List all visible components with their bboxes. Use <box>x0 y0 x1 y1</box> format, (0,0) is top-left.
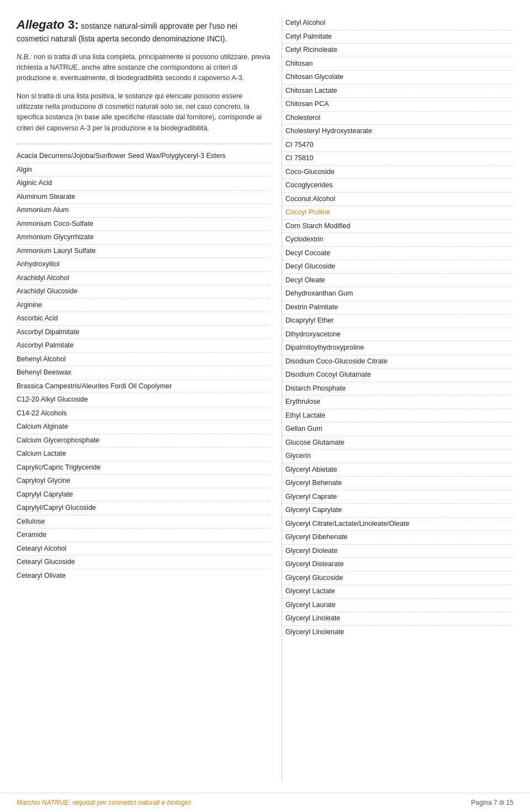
list-item: Calcium Lactate <box>17 447 271 461</box>
list-item: CI 75470 <box>282 139 513 152</box>
list-item: Chitosan Glycolate <box>282 71 513 85</box>
nb-text: non si tratta di una lista completa, pri… <box>17 53 270 82</box>
list-item: Alginic Acid <box>17 177 271 191</box>
list-item: Acacia Decurrens/Jojoba/Sunflower Seed W… <box>17 150 271 164</box>
list-item: Arachidyl Glucoside <box>17 285 271 299</box>
list-item: Capryloyl Glycine <box>17 474 271 488</box>
page-wrapper: Allegato 3: sostanze natural-simili appr… <box>0 0 530 812</box>
list-item: Arachidyl Alcohol <box>17 272 271 286</box>
list-item: Glyceryl Glucoside <box>282 572 513 586</box>
list-item: Coconut Alcohol <box>282 193 513 207</box>
list-item: Algin <box>17 164 271 177</box>
list-item: Cholesterol <box>282 112 513 125</box>
list-item: C14-22 Alcohols <box>17 407 271 421</box>
list-item: Cholesteryl Hydroxystearate <box>282 125 513 139</box>
list-item: Ammonium Coco-Sulfate <box>17 218 271 231</box>
list-item: Decyl Cocoate <box>282 247 513 261</box>
left-column: Allegato 3: sostanze natural-simili appr… <box>17 17 271 782</box>
list-item: Glyceryl Linolenate <box>282 626 513 639</box>
page-heading: Allegato 3: sostanze natural-simili appr… <box>17 17 271 44</box>
list-item: Glyceryl Laurate <box>282 599 513 613</box>
footer: Marchio NATRUE: requisiti per cosmetici … <box>0 793 530 812</box>
list-item: Ascorbyl Palmitate <box>17 339 271 353</box>
list-item: Decyl Oleate <box>282 274 513 288</box>
list-item: Caprylic/Capric Triglyceride <box>17 461 271 475</box>
list-item: Glyceryl Linoleate <box>282 612 513 626</box>
list-item: Chitosan <box>282 57 513 71</box>
list-item: Glyceryl Distearate <box>282 558 513 572</box>
list-item: Ammonium Glycyrrhizate <box>17 231 271 245</box>
list-item: Ceramide <box>17 529 271 542</box>
list-item: Behenyl Beeswax <box>17 366 271 380</box>
list-item: Glyceryl Caprate <box>282 491 513 504</box>
list-item: Cetyl Alcohol <box>282 17 513 30</box>
list-item: Disodium Cocoyl Glutamate <box>282 368 513 382</box>
allegato-number: 3: <box>65 18 79 31</box>
list-item: Cocoglycerides <box>282 179 513 193</box>
list-item: Arginine <box>17 299 271 313</box>
list-item: Ammonium Alum <box>17 204 271 218</box>
footer-brand-text: Marchio NATRUE: requisiti per cosmetici … <box>17 799 191 806</box>
list-item: C12-20 Alkyl Glucoside <box>17 393 271 407</box>
list-item: Decyl Glucoside <box>282 260 513 274</box>
list-item: Calcium Alginate <box>17 420 271 434</box>
list-item: Erythrulose <box>282 396 513 409</box>
list-item: Cetearyl Olivate <box>17 570 271 583</box>
footer-page-number: Pagina 7 di 15 <box>471 799 513 806</box>
list-item: Glycerin <box>282 450 513 463</box>
list-item: Dipalmitoylhydroxyproline <box>282 341 513 355</box>
list-item: Distarch Phosphate <box>282 382 513 396</box>
list-item: Cellulose <box>17 515 271 529</box>
list-item: Glyceryl Behenate <box>282 477 513 491</box>
list-item: Aluminum Stearate <box>17 191 271 204</box>
list-item: Disodium Coco-Glucoside Citrate <box>282 355 513 369</box>
list-item: CI 75810 <box>282 152 513 166</box>
list-item: Cetearyl Alcohol <box>17 542 271 556</box>
divider <box>17 144 271 144</box>
list-item: Calcium Glycerophosphate <box>17 434 271 448</box>
list-item: Dicaprylyl Ether <box>282 314 513 328</box>
list-item: Caprylyl Caprylate <box>17 488 271 502</box>
right-column: Cetyl AlcoholCetyl PalmitateCetyl Ricino… <box>282 17 513 782</box>
list-item: Glyceryl Dibehenate <box>282 531 513 545</box>
list-item: Caprylyl/Capryl Glucoside <box>17 502 271 515</box>
description-text: Non si tratta di una lista positiva, le … <box>17 92 262 132</box>
list-item: Chitosan Lactate <box>282 85 513 98</box>
nb-section: N.B.: non si tratta di una lista complet… <box>17 52 271 83</box>
list-item: Glucose Glutamate <box>282 436 513 450</box>
list-item: Coco-Glucoside <box>282 166 513 180</box>
list-item: Glyceryl Dioleate <box>282 545 513 558</box>
right-ingredient-list: Cetyl AlcoholCetyl PalmitateCetyl Ricino… <box>282 17 513 639</box>
list-item: Glyceryl Abietate <box>282 463 513 477</box>
list-item: Brassica Campestris/Aleurites Fordi Oil … <box>17 380 271 394</box>
list-item: Ascorbic Acid <box>17 312 271 326</box>
nb-label: N.B.: <box>17 53 32 61</box>
list-item: Cetyl Ricinoleate <box>282 44 513 57</box>
list-item: Ethyl Lactate <box>282 409 513 423</box>
left-ingredient-list: Acacia Decurrens/Jojoba/Sunflower Seed W… <box>17 150 271 582</box>
list-item: Cetyl Palmitate <box>282 30 513 44</box>
list-item: Corn Starch Modified <box>282 220 513 234</box>
list-item: Cocoyl Proline <box>282 206 513 220</box>
list-item: Glyceryl Lactate <box>282 585 513 599</box>
list-item: Dehydroxanthan Gum <box>282 287 513 301</box>
main-content: Allegato 3: sostanze natural-simili appr… <box>0 0 530 793</box>
description-section: Non si tratta di una lista positiva, le … <box>17 91 271 134</box>
list-item: Cyclodextrin <box>282 233 513 247</box>
list-item: Behenyl Alcohol <box>17 353 271 367</box>
list-item: Ascorbyl Dipalmitate <box>17 326 271 340</box>
list-item: Cetearyl Glucoside <box>17 556 271 570</box>
list-item: Glyceryl Citrate/Lactate/Linoleate/Oleat… <box>282 518 513 531</box>
list-item: Dextrin Palmitate <box>282 301 513 315</box>
list-item: Glyceryl Caprylate <box>282 504 513 518</box>
list-item: Chitosan PCA <box>282 98 513 112</box>
list-item: Dihydroxyacetone <box>282 328 513 342</box>
list-item: Anhydroxylitol <box>17 258 271 272</box>
list-item: Ammonium Lauryl Sulfate <box>17 245 271 259</box>
list-item: Gellan Gum <box>282 423 513 436</box>
allegato-label: Allegato <box>17 18 65 31</box>
